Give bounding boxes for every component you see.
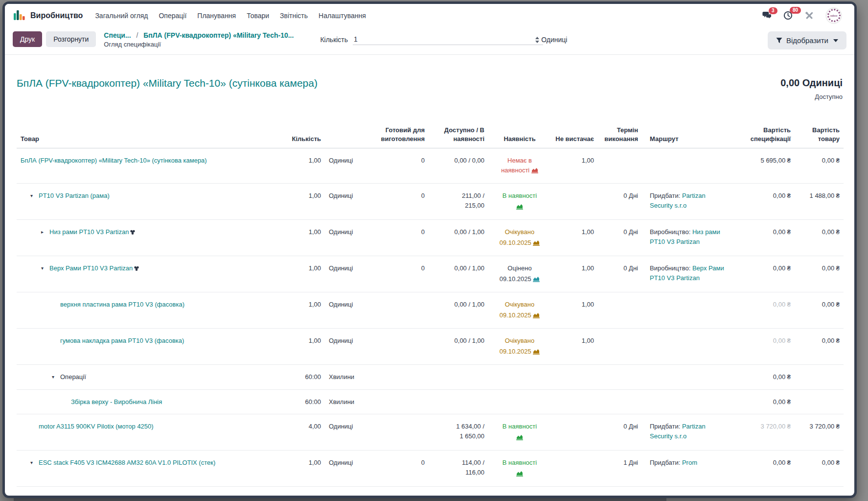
caret-right-icon[interactable]: ▸ — [41, 228, 49, 236]
table-row: БпЛА (FPV-квадрокоптер) «Military Tech-1… — [17, 148, 844, 184]
product-link[interactable]: PT10 V3 Partizan (рама) — [39, 192, 110, 199]
ready-cell: 0 — [372, 220, 429, 256]
table-header-row: Товар Кількість Готовий для виготовлення… — [17, 124, 844, 148]
available-cell: 0,00 / 1,00 — [429, 220, 488, 256]
availability-summary: 0,00 Одиниці Доступно — [780, 77, 843, 100]
quantity-group: Кількість Одиниці — [320, 34, 567, 45]
caret-down-icon[interactable]: ▾ — [30, 459, 39, 466]
caret-down-icon[interactable]: ▾ — [52, 373, 60, 381]
col-stock: Наявність — [488, 124, 551, 148]
unit-cell: Хвилини — [325, 389, 372, 414]
product-link[interactable]: ESC stack F405 V3 ICM42688 AM32 60A V1.0… — [39, 459, 215, 466]
col-bom-cost: Вартість специфікації — [733, 124, 795, 148]
ready-cell — [372, 487, 429, 498]
caret-down-icon[interactable]: ▾ — [30, 192, 39, 199]
product-cost-cell: 0,00 ₴ — [795, 148, 844, 184]
missing-cell: 1,00 — [551, 329, 598, 365]
product-link[interactable]: Верх Рами PT10 V3 Partizan — [49, 264, 133, 272]
col-product: Товар — [17, 124, 281, 148]
user-avatar[interactable]: odoo — [826, 8, 842, 24]
route-type: Придбати: — [650, 459, 682, 466]
app-name[interactable]: Виробництво — [30, 11, 83, 20]
breadcrumb-current: БпЛА (FPV-квадрокоптер) «Military Tech-1… — [143, 31, 294, 39]
nav-item-products[interactable]: Товари — [241, 8, 274, 23]
route-cell — [642, 365, 733, 390]
route-cell — [642, 487, 733, 498]
col-route: Маршрут — [642, 124, 733, 148]
activities-button[interactable]: 80 — [783, 11, 793, 20]
col-missing: Не вистачає — [551, 124, 598, 148]
route-cell: Виробництво: Верх Рами PT10 V3 Partizan — [642, 256, 733, 292]
route-cell — [642, 148, 733, 184]
nav-item-settings[interactable]: Налаштування — [313, 8, 371, 23]
available-caption: Доступно — [780, 93, 843, 100]
available-cell: 0,00 / 1,00 — [429, 256, 488, 292]
product-link[interactable]: верхня пластина рама PT10 V3 (фасовка) — [60, 301, 184, 308]
product-link[interactable]: motor A3115 900KV Pilotix (мотор 4250) — [39, 423, 154, 430]
nav-item-planning[interactable]: Планування — [192, 8, 241, 23]
quantity-cell: 60:00 — [281, 389, 325, 414]
nav-item-overview[interactable]: Загальний огляд — [90, 8, 153, 23]
product-link[interactable]: БпЛА (FPV-квадрокоптер) «Military Tech-1… — [21, 157, 207, 164]
product-cost-cell: 3 720,00 ₴ — [795, 414, 844, 451]
manufacturing-app-icon[interactable] — [13, 9, 26, 22]
bom-cost-cell: 0,00 ₴ — [733, 451, 795, 487]
leadtime-cell: 0 Дні — [598, 414, 642, 451]
nav-item-operations[interactable]: Операції — [153, 8, 192, 23]
expected-date: 09.10.2025 — [492, 310, 547, 321]
missing-cell — [551, 389, 598, 414]
missing-cell: 1,00 — [551, 487, 598, 498]
stock-status-cell: Немає внаявності — [488, 148, 551, 184]
ready-cell — [372, 329, 429, 365]
caret-down-icon[interactable]: ▾ — [41, 264, 49, 272]
stepper-down-icon[interactable] — [535, 41, 539, 43]
quantity-stepper[interactable] — [535, 37, 539, 43]
stock-status-cell: Оцінено09.10.2025 — [488, 256, 551, 292]
unit-cell: Одиниці — [325, 414, 372, 451]
product-cost-cell: 0,00 ₴ — [795, 220, 844, 256]
table-row: ▾гумова накладка рама PT10 V3 (фасовка)1… — [17, 329, 844, 365]
unit-cell: Одиниці — [325, 329, 372, 365]
nav-menu: Загальний огляд Операції Планування Това… — [90, 8, 371, 23]
table-row: ▾верхня пластина рама PT10 V3 (фасовка)1… — [17, 292, 844, 329]
missing-cell — [551, 184, 598, 220]
route-type: Виробництво: — [650, 228, 692, 236]
product-link[interactable]: гумова накладка рама PT10 V3 (фасовка) — [60, 337, 184, 344]
messages-button[interactable]: 3 — [762, 11, 772, 20]
available-quantity: 0,00 Одиниці — [780, 77, 843, 89]
display-button[interactable]: Відобразити — [768, 31, 846, 49]
quantity-cell: 1,00 — [281, 148, 325, 184]
activities-count-badge: 80 — [790, 7, 801, 14]
ready-cell — [372, 414, 429, 451]
breadcrumb-parent-link[interactable]: Специ... — [104, 31, 131, 39]
bom-cost-cell: 0,00 ₴ — [733, 365, 795, 390]
debug-tools-button[interactable] — [804, 11, 814, 21]
control-panel: Друк Розгорнути Специ... / БпЛА (FPV-ква… — [5, 27, 854, 55]
navbar-systray: 3 80 odoo — [762, 8, 846, 24]
stepper-up-icon[interactable] — [535, 37, 539, 39]
product-link[interactable]: Збірка верху - Виробнича Лінія — [71, 398, 162, 406]
expand-button[interactable]: Розгорнути — [46, 31, 96, 47]
quantity-input[interactable] — [353, 34, 543, 45]
app-window: Виробництво Загальний огляд Операції Пла… — [2, 1, 857, 498]
bom-overview-content: БпЛА (FPV-квадрокоптер) «Military Tech-1… — [5, 77, 854, 498]
bom-cost-cell: 0,00 ₴ — [733, 487, 795, 498]
ready-cell: 0 — [372, 256, 429, 292]
route-type: Придбати: — [650, 423, 682, 430]
product-link[interactable]: Низ рами PT10 V3 Partizan — [49, 228, 129, 236]
print-button[interactable]: Друк — [13, 31, 42, 47]
stock-status-cell: Очікувано09.10.2025 — [488, 292, 551, 329]
missing-cell: 1,00 — [551, 220, 598, 256]
bom-table-body: БпЛА (FPV-квадрокоптер) «Military Tech-1… — [17, 148, 844, 498]
route-type: Виробництво: — [650, 264, 692, 272]
leadtime-cell: 1 Дні — [598, 451, 642, 487]
table-row: ▾Верх Рами PT10 V3 Partizan1,00Одиниці00… — [17, 256, 844, 292]
col-leadtime: Термін виконання — [598, 124, 642, 148]
product-link[interactable]: Силовий кабель (фасовка) — [49, 495, 129, 498]
nav-item-reporting[interactable]: Звітність — [274, 8, 313, 23]
unit-cell: Хвилини — [325, 365, 372, 390]
available-cell: 0,00 / 0,00 — [429, 487, 488, 498]
bom-cost-cell: 0,00 ₴ — [733, 220, 795, 256]
missing-cell — [551, 414, 598, 451]
route-link[interactable]: Prom — [682, 459, 697, 466]
